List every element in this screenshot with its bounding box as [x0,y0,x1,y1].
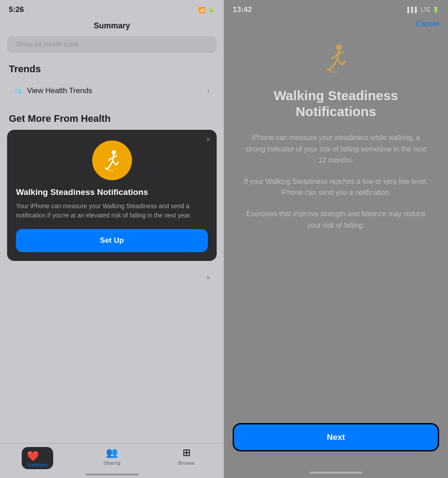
heart-icon: ❤️ [27,451,48,462]
view-trends-label: View Health Trends [27,86,92,95]
modal-icon-wrap [16,140,208,180]
setup-button[interactable]: Set Up [16,229,208,252]
view-health-trends-row[interactable]: ⇉ View Health Trends › [7,79,217,102]
walking-steadiness-card: × [7,130,217,261]
tab-summary[interactable]: ❤️ Summary [0,447,74,469]
right-walking-figure-icon [320,43,351,74]
battery-icon: 🔋 [208,7,215,13]
trends-left-content: ⇉ View Health Trends [14,85,92,96]
left-phone-screen: 5:26 📶 🔋 Summary Show All Health Data Tr… [0,0,224,478]
right-title: Walking Steadiness Notifications [237,88,435,120]
svg-point-22 [333,71,335,74]
svg-point-0 [112,150,116,155]
tab-summary-bg: ❤️ Summary [22,447,53,469]
right-status-icons: ▌▌▌ LTE 🔋 [407,7,439,13]
tab-sharing[interactable]: 👥 Sharing [74,447,149,469]
cancel-button[interactable]: Cancel [416,19,439,28]
svg-point-10 [109,170,111,171]
svg-point-12 [336,44,342,51]
svg-line-14 [332,55,337,58]
svg-point-20 [327,68,329,70]
svg-line-6 [113,161,116,165]
modal-title: Walking Steadiness Notifications [16,187,208,197]
right-status-bar: 13:42 ▌▌▌ LTE 🔋 [224,0,448,18]
svg-point-23 [336,71,339,74]
left-status-icons: 📶 🔋 [198,7,215,13]
trends-section-label: Trends [0,60,224,79]
next-button[interactable]: Next [233,423,439,451]
browse-tab-label: Browse [178,460,195,466]
svg-line-4 [109,161,113,167]
svg-line-2 [109,158,113,160]
wifi-icon: 📶 [198,7,205,13]
svg-point-9 [107,169,109,171]
next-button-wrap: Next [233,423,439,451]
svg-line-16 [333,59,337,67]
svg-line-19 [342,61,345,65]
home-indicator [86,474,139,475]
show-all-label: Show All Health Data [16,40,78,48]
right-time: 13:42 [233,5,252,14]
summary-tab-label: Summary [27,462,48,467]
right-desc-2: If your Walking Steadiness reaches a low… [243,176,429,198]
signal-bars-icon: ▌▌▌ [407,7,419,13]
tab-bar: ❤️ Summary 👥 Sharing ⊞ Browse [0,443,224,478]
svg-line-17 [329,67,333,70]
right-top-bar: Cancel [224,18,448,34]
nav-title: Summary [0,18,224,36]
modal-description: Your iPhone can measure your Walking Ste… [16,202,208,220]
trends-icon: ⇉ [14,85,22,96]
svg-point-21 [330,70,332,73]
walking-figure-icon [101,149,124,172]
right-desc-3: Exercises that improve strength and bala… [243,208,429,231]
lte-label: LTE [421,7,430,13]
right-home-indicator [309,472,362,474]
sharing-tab-label: Sharing [104,460,121,466]
partial-close-icon: × [206,273,210,283]
svg-line-7 [116,162,118,165]
svg-line-18 [337,59,342,65]
sharing-icon: 👥 [106,447,118,459]
left-time: 5:26 [9,5,24,14]
svg-point-8 [105,167,107,169]
trends-chevron-icon: › [207,87,210,95]
svg-point-11 [112,170,113,171]
left-status-bar: 5:26 📶 🔋 [0,0,224,18]
modal-close-icon[interactable]: × [206,135,210,144]
more-section-label: Get More From Health [0,111,224,130]
tab-browse[interactable]: ⊞ Browse [149,447,224,469]
right-content: Walking Steadiness Notifications iPhone … [224,34,448,249]
show-all-health-row: Show All Health Data [7,36,217,53]
walking-icon-circle [92,140,132,180]
right-battery-icon: 🔋 [432,7,439,13]
right-desc-1: iPhone can measure your steadiness while… [243,132,429,166]
right-phone-screen: 13:42 ▌▌▌ LTE 🔋 Cancel [224,0,448,478]
browse-icon: ⊞ [183,447,191,459]
right-walking-icon-wrap [320,43,351,75]
second-card-partial: × [7,268,217,299]
